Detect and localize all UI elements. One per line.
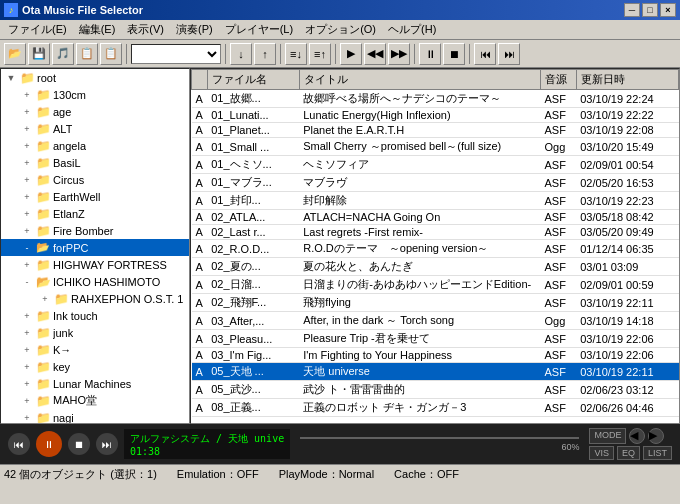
sidebar-item-LunarMachines[interactable]: + 📁 Lunar Machines [1,375,189,392]
sidebar-item-EtlanZ[interactable]: + 📁 EtlanZ [1,205,189,222]
toolbar-btn-3[interactable]: 🎵 [52,43,74,65]
table-row[interactable]: A 01_Planet... Planet the E.A.R.T.H ASF … [192,123,679,138]
menu-options[interactable]: オプション(O) [299,20,382,39]
toolbar-forward[interactable]: ▶▶ [388,43,410,65]
col-header-date[interactable]: 更新日時 [576,70,678,90]
exp-forPPC[interactable]: - [19,240,35,256]
menu-help[interactable]: ヘルプ(H) [382,20,442,39]
sidebar-item-ICHIKO[interactable]: - 📂 ICHIKO HASHIMOTO [1,273,189,290]
table-row[interactable]: A 08_正義... 正義のロボット ヂキ・ガンガ－3 ASF 02/06/26… [192,399,679,417]
sidebar-item-nagi[interactable]: + 📁 nagi [1,409,189,424]
toolbar-btn-1[interactable]: 📂 [4,43,26,65]
menu-view[interactable]: 表示(V) [121,20,170,39]
toolbar-btn-4[interactable]: 📋 [76,43,98,65]
maximize-button[interactable]: □ [642,3,658,17]
player-prev-button[interactable]: ⏮ [8,433,30,455]
table-row[interactable]: A 03_I'm Fig... I'm Fighting to Your Hap… [192,348,679,363]
col-header-filename[interactable]: ファイル名 [207,70,299,90]
table-row[interactable]: A 02_日溜... 日溜まりの街-あゆあゆハッピーエンドEdition- AS… [192,276,679,294]
tree-root[interactable]: ▼ 📁 root [1,69,189,86]
minimize-button[interactable]: ─ [624,3,640,17]
toolbar-btn-filter[interactable]: ≡↓ [285,43,307,65]
sidebar-item-forPPC[interactable]: - 📂 forPPC [1,239,189,256]
sidebar-item-FireBomber[interactable]: + 📁 Fire Bomber [1,222,189,239]
exp-angela[interactable]: + [19,138,35,154]
menu-player[interactable]: プレイヤー(L) [219,20,299,39]
toolbar-prev[interactable]: ⏮ [474,43,496,65]
sidebar-item-MAHOdou[interactable]: + 📁 MAHO堂 [1,392,189,409]
player-stop-button[interactable]: ⏹ [68,433,90,455]
exp-junk[interactable]: + [19,325,35,341]
table-row[interactable]: A 02_R.O.D... R.O.Dのテーマ ～opening version… [192,240,679,258]
table-row[interactable]: A 02_ATLA... ATLACH=NACHA Going On ASF 0… [192,210,679,225]
eq-button[interactable]: EQ [617,446,640,460]
exp-MAHOdou[interactable]: + [19,393,35,409]
exp-EarthWell[interactable]: + [19,189,35,205]
toolbar-sort-asc[interactable]: ↓ [230,43,252,65]
exp-Circus[interactable]: + [19,172,35,188]
toolbar-dropdown[interactable] [131,44,221,64]
sidebar-item-130cm[interactable]: + 📁 130cm [1,86,189,103]
menu-file[interactable]: ファイル(E) [2,20,73,39]
exp-key[interactable]: + [19,359,35,375]
exp-LunarMachines[interactable]: + [19,376,35,392]
exp-FireBomber[interactable]: + [19,223,35,239]
table-row[interactable]: A 01_マブラ... マブラヴ ASF 02/05/20 16:53 [192,174,679,192]
toolbar-play[interactable]: ▶ [340,43,362,65]
exp-nagi[interactable]: + [19,410,35,425]
exp-Karrow[interactable]: + [19,342,35,358]
player-next-button[interactable]: ⏭ [96,433,118,455]
sidebar-item-BasiL[interactable]: + 📁 BasiL [1,154,189,171]
menu-play[interactable]: 演奏(P) [170,20,219,39]
mode-left-btn[interactable]: ◀ [629,428,645,444]
table-row[interactable]: A 02_夏の... 夏の花火と、あんたぎ ASF 03/01 03:09 [192,258,679,276]
table-row[interactable]: A 01_封印... 封印解除 ASF 03/10/19 22:23 [192,192,679,210]
file-list-scroll[interactable]: ファイル名 タイトル 音源 更新日時 A 01_故郷... 故郷呼べる場所へ～ナ… [191,69,679,423]
col-header-title[interactable]: タイトル [299,70,540,90]
toolbar-stop[interactable]: ⏹ [443,43,465,65]
sidebar-item-key[interactable]: + 📁 key [1,358,189,375]
toolbar-next[interactable]: ⏭ [498,43,520,65]
sidebar-item-Karrow[interactable]: + 📁 K→ [1,341,189,358]
sidebar-item-angela[interactable]: + 📁 angela [1,137,189,154]
table-row[interactable]: A 03_After,... After, in the dark ～ Torc… [192,312,679,330]
exp-EtlanZ[interactable]: + [19,206,35,222]
menu-edit[interactable]: 編集(E) [73,20,122,39]
sidebar-item-junk[interactable]: + 📁 junk [1,324,189,341]
table-row[interactable]: A 01_ヘミソ... ヘミソフィア ASF 02/09/01 00:54 [192,156,679,174]
player-pause-button[interactable]: ⏸ [36,431,62,457]
table-row[interactable]: A 05_天地 ... 天地 universe ASF 03/10/19 22:… [192,363,679,381]
table-row[interactable]: A 01_Small ... Small Cherry ～promised be… [192,138,679,156]
table-row[interactable]: A 03_Pleasu... Pleasure Trip -君を乗せて ASF … [192,330,679,348]
table-row[interactable]: A 01_Lunati... Lunatic Energy(High Infle… [192,108,679,123]
sidebar-item-age[interactable]: + 📁 age [1,103,189,120]
root-expander[interactable]: ▼ [3,70,19,86]
exp-RAHXEPHON[interactable]: + [37,291,53,307]
exp-age[interactable]: + [19,104,35,120]
toolbar-sort-desc[interactable]: ↑ [254,43,276,65]
exp-HIGHWAY[interactable]: + [19,257,35,273]
toolbar-btn-filter2[interactable]: ≡↑ [309,43,331,65]
close-button[interactable]: × [660,3,676,17]
exp-ALT[interactable]: + [19,121,35,137]
sidebar-item-EarthWell[interactable]: + 📁 EarthWell [1,188,189,205]
progress-bar[interactable] [300,437,579,439]
mode-button[interactable]: MODE [589,428,626,444]
col-header-flag[interactable] [192,70,208,90]
table-row[interactable]: A 05_武沙... 武沙 ト・雷雷雷曲的 ASF 02/06/23 03:12 [192,381,679,399]
exp-Inktouch[interactable]: + [19,308,35,324]
exp-BasiL[interactable]: + [19,155,35,171]
exp-ICHIKO[interactable]: - [19,274,35,290]
list-button[interactable]: LIST [643,446,672,460]
table-row[interactable]: A 01_故郷... 故郷呼べる場所へ～ナデシコのテーマ～ ASF 03/10/… [192,90,679,108]
sidebar-item-RAHXEPHON[interactable]: + 📁 RAHXEPHON O.S.T. 1 [1,290,189,307]
sidebar-item-Circus[interactable]: + 📁 Circus [1,171,189,188]
toolbar-btn-2[interactable]: 💾 [28,43,50,65]
sidebar-item-Inktouch[interactable]: + 📁 Ink touch [1,307,189,324]
exp-130cm[interactable]: + [19,87,35,103]
table-row[interactable]: A 02_Last r... Last regrets -First remix… [192,225,679,240]
vis-button[interactable]: VIS [589,446,614,460]
toolbar-btn-5[interactable]: 📋 [100,43,122,65]
table-row[interactable]: A 02_飛翔F... 飛翔flying ASF 03/10/19 22:11 [192,294,679,312]
toolbar-pause[interactable]: ⏸ [419,43,441,65]
